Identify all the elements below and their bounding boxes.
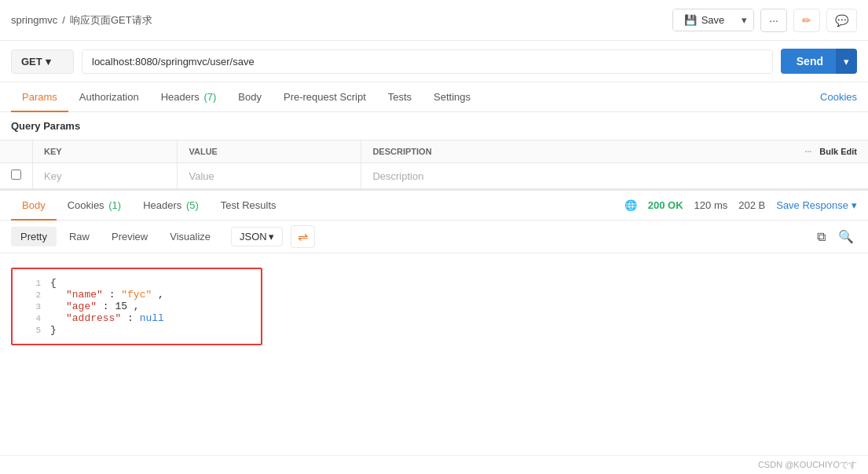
breadcrumb-separator: / bbox=[62, 14, 65, 26]
header-bar: springmvc / 响应页面GET请求 💾 Save ▾ ··· ✏ 💬 bbox=[0, 0, 868, 41]
table-row: Key Value Description bbox=[0, 163, 868, 189]
tab-authorization[interactable]: Authorization bbox=[68, 83, 150, 112]
response-tab-cookies[interactable]: Cookies (1) bbox=[57, 191, 132, 221]
code-line-5: 5 } bbox=[25, 324, 248, 336]
value-cell[interactable]: Value bbox=[178, 163, 361, 189]
method-dropdown-icon: ▾ bbox=[46, 56, 51, 67]
edit-button[interactable]: ✏ bbox=[793, 9, 820, 32]
cookies-link[interactable]: Cookies bbox=[820, 91, 857, 103]
search-button[interactable]: 🔍 bbox=[835, 226, 857, 247]
wrap-button[interactable]: ⇌ bbox=[291, 225, 315, 248]
url-bar: GET ▾ Send ▾ bbox=[0, 41, 868, 82]
header-actions: 💾 Save ▾ ··· ✏ 💬 bbox=[672, 9, 857, 32]
query-params-title: Query Params bbox=[0, 112, 868, 140]
format-actions: ⧉ 🔍 bbox=[814, 226, 857, 247]
response-time: 120 ms bbox=[694, 199, 728, 211]
format-tab-pretty[interactable]: Pretty bbox=[11, 227, 57, 246]
params-table: KEY VALUE DESCRIPTION ··· Bulk Edit Key bbox=[0, 140, 868, 189]
method-label: GET bbox=[21, 56, 42, 67]
row-checkbox[interactable] bbox=[0, 163, 33, 189]
more-options-button[interactable]: ··· bbox=[760, 9, 787, 32]
tab-params[interactable]: Params bbox=[11, 83, 68, 112]
send-button[interactable]: Send bbox=[781, 49, 839, 74]
key-cell[interactable]: Key bbox=[33, 163, 178, 189]
response-tabs: Body Cookies (1) Headers (5) Test Result… bbox=[0, 191, 868, 221]
th-description: DESCRIPTION ··· Bulk Edit bbox=[361, 140, 868, 163]
response-meta: 🌐 200 OK 120 ms 202 B Save Response ▾ bbox=[624, 199, 857, 211]
format-type-dropdown-icon: ▾ bbox=[269, 231, 274, 242]
breadcrumb: springmvc / 响应页面GET请求 bbox=[11, 13, 152, 27]
format-tab-preview[interactable]: Preview bbox=[102, 227, 157, 246]
save-button[interactable]: 💾 Save bbox=[673, 9, 736, 31]
copy-button[interactable]: ⧉ bbox=[814, 227, 829, 247]
desc-cell[interactable]: Description bbox=[361, 163, 868, 189]
response-code-block: 1 { 2 "name" : "fyc" , 3 "age" bbox=[11, 268, 262, 345]
request-tabs: Params Authorization Headers (7) Body Pr… bbox=[0, 82, 868, 112]
tab-body[interactable]: Body bbox=[227, 83, 273, 112]
url-input[interactable] bbox=[82, 49, 773, 74]
save-dropdown-button[interactable]: ▾ bbox=[735, 9, 753, 31]
format-tab-raw[interactable]: Raw bbox=[60, 227, 99, 246]
code-line-3: 3 "age" : 15 , bbox=[25, 301, 248, 312]
bulk-edit-button[interactable]: Bulk Edit bbox=[819, 147, 857, 156]
code-line-4: 4 "address" : null bbox=[25, 312, 248, 324]
response-tab-test-results[interactable]: Test Results bbox=[210, 191, 288, 221]
send-button-group: Send ▾ bbox=[781, 49, 857, 74]
response-section: Body Cookies (1) Headers (5) Test Result… bbox=[0, 189, 868, 474]
response-size: 202 B bbox=[738, 199, 765, 211]
th-key: KEY bbox=[33, 140, 178, 163]
watermark: CSDN @KOUCHIYOです bbox=[0, 455, 868, 474]
format-type-label: JSON bbox=[240, 231, 267, 242]
tab-pre-request-script[interactable]: Pre-request Script bbox=[273, 83, 377, 112]
th-checkbox bbox=[0, 140, 33, 163]
save-response-button[interactable]: Save Response ▾ bbox=[776, 199, 857, 211]
response-tab-headers[interactable]: Headers (5) bbox=[132, 191, 210, 221]
format-bar: Pretty Raw Preview Visualize JSON ▾ ⇌ ⧉ … bbox=[0, 221, 868, 253]
tab-headers[interactable]: Headers (7) bbox=[150, 83, 228, 112]
save-label: Save bbox=[701, 14, 725, 26]
status-badge: 200 OK bbox=[648, 199, 683, 211]
breadcrumb-root[interactable]: springmvc bbox=[11, 14, 57, 26]
response-tab-body[interactable]: Body bbox=[11, 191, 57, 221]
headers-badge: (7) bbox=[203, 91, 216, 103]
format-type-selector[interactable]: JSON ▾ bbox=[231, 227, 283, 246]
comment-button[interactable]: 💬 bbox=[826, 9, 857, 32]
tab-settings[interactable]: Settings bbox=[423, 83, 482, 112]
save-button-group[interactable]: 💾 Save ▾ bbox=[672, 9, 755, 31]
breadcrumb-page: 响应页面GET请求 bbox=[70, 13, 152, 27]
save-response-dropdown-icon: ▾ bbox=[852, 199, 857, 211]
save-disk-icon: 💾 bbox=[684, 14, 697, 26]
method-selector[interactable]: GET ▾ bbox=[11, 49, 74, 74]
th-value: VALUE bbox=[178, 140, 361, 163]
code-area: 1 { 2 "name" : "fyc" , 3 "age" bbox=[0, 253, 868, 455]
more-cols-icon[interactable]: ··· bbox=[804, 147, 811, 156]
globe-icon: 🌐 bbox=[624, 199, 637, 211]
query-params-section: Query Params KEY VALUE DESCRIPTION ··· B… bbox=[0, 112, 868, 189]
tab-tests[interactable]: Tests bbox=[377, 83, 423, 112]
cookies-badge: (1) bbox=[108, 199, 121, 211]
send-dropdown-button[interactable]: ▾ bbox=[836, 49, 857, 74]
code-line-1: 1 { bbox=[25, 277, 248, 289]
format-tab-visualize[interactable]: Visualize bbox=[160, 227, 220, 246]
code-line-2: 2 "name" : "fyc" , bbox=[25, 289, 248, 301]
resp-headers-badge: (5) bbox=[186, 199, 199, 211]
